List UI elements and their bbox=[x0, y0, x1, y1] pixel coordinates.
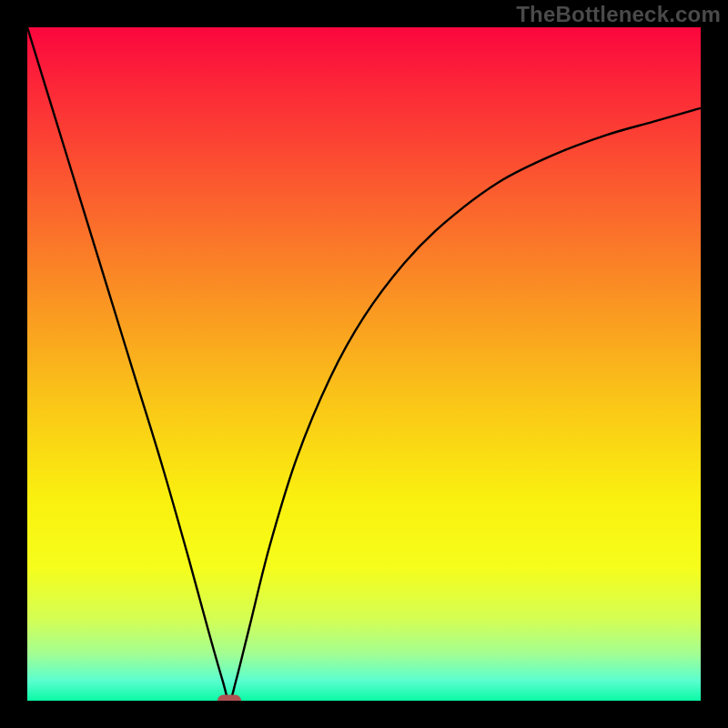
plot-area bbox=[27, 27, 701, 701]
bottleneck-curve bbox=[27, 27, 701, 701]
optimal-point-marker bbox=[217, 695, 241, 702]
chart-frame: TheBottleneck.com bbox=[0, 0, 728, 728]
watermark-text: TheBottleneck.com bbox=[516, 2, 721, 27]
curve-path bbox=[27, 27, 701, 701]
